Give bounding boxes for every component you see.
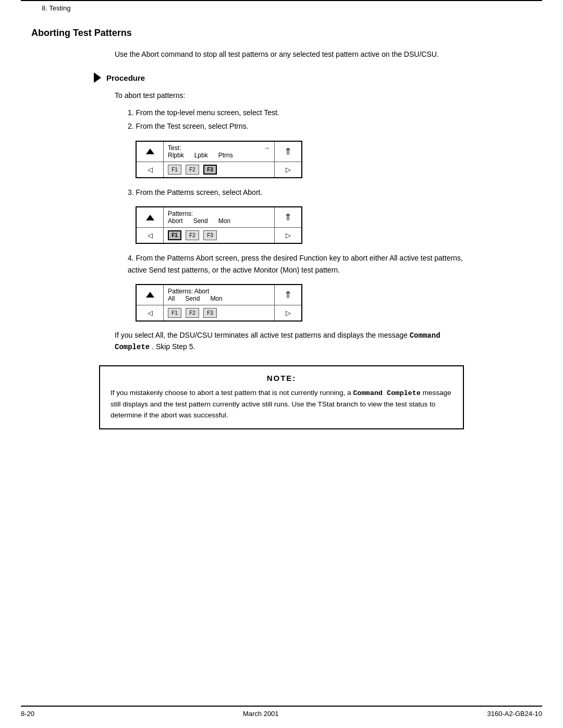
note-code: Command Complete bbox=[353, 389, 421, 397]
double-up-cell-2: ⇑ bbox=[274, 207, 301, 227]
footer-doc: 3160-A2-GB24-10 bbox=[487, 710, 542, 718]
to-abort-text: To abort test patterns: bbox=[115, 91, 532, 100]
screen3-title: Patterns: Abort bbox=[168, 288, 270, 295]
fwd-arrow-icon-2: ▷ bbox=[286, 231, 291, 239]
keys-main-1: F1 F2 F3 bbox=[164, 162, 274, 177]
double-up-cell-3: ⇑ bbox=[274, 285, 301, 305]
f1-key-2: F1 bbox=[168, 230, 181, 240]
body-text-after-screen3: If you select All, the DSU/CSU terminate… bbox=[115, 330, 480, 353]
screen1-arrow: → bbox=[264, 144, 270, 152]
screen-row-top-2: Patterns: Abort Send Mon ⇑ bbox=[137, 207, 301, 228]
note-box: NOTE: If you mistakenly choose to abort … bbox=[99, 365, 464, 429]
screen1-label-1: Rlpbk bbox=[168, 152, 184, 159]
triangle-up-icon-3 bbox=[146, 292, 154, 298]
body-text-2: . Skip Step 5. bbox=[152, 342, 195, 351]
note-text-1: If you mistakenly choose to abort a test… bbox=[111, 389, 351, 397]
triangle-up-icon-2 bbox=[146, 215, 154, 220]
step-3-container: 3. From the Patterns screen, select Abor… bbox=[128, 187, 532, 198]
back-arrow-icon-1: ◁ bbox=[148, 166, 153, 174]
screen1-title: Test: bbox=[168, 144, 181, 152]
screen-diagram-1: Test: → Rlpbk Lpbk Ptrns ⇑ ◁ F1 bbox=[136, 141, 302, 178]
intro-text: Use the Abort command to stop all test p… bbox=[115, 49, 469, 60]
fwd-arrow-cell-3: ▷ bbox=[274, 305, 301, 320]
screen-row-bottom-3: ◁ F1 F2 F3 ▷ bbox=[137, 305, 301, 320]
up-arrow-cell-2 bbox=[137, 207, 164, 227]
steps-list: 1. From the top-level menu screen, selec… bbox=[128, 107, 532, 132]
note-title: NOTE: bbox=[111, 374, 452, 382]
fwd-arrow-icon-1: ▷ bbox=[286, 166, 291, 174]
back-arrow-cell-3: ◁ bbox=[137, 305, 164, 320]
screen2-label-2: Send bbox=[193, 217, 208, 225]
f2-key-1: F2 bbox=[186, 165, 199, 175]
note-text: If you mistakenly choose to abort a test… bbox=[111, 388, 452, 421]
screen3-label-3: Mon bbox=[210, 295, 222, 302]
screen-main-1: Test: → Rlpbk Lpbk Ptrns bbox=[164, 142, 274, 162]
up-arrow-cell-3 bbox=[137, 285, 164, 305]
footer-page: 8-20 bbox=[21, 710, 34, 718]
double-up-icon-2: ⇑ bbox=[284, 212, 292, 223]
screen-row-bottom-1: ◁ F1 F2 F3 ▷ bbox=[137, 162, 301, 177]
f3-key-2: F3 bbox=[203, 230, 217, 240]
screen-row-bottom-2: ◁ F1 F2 F3 ▷ bbox=[137, 228, 301, 243]
keys-row-1: F1 F2 F3 bbox=[168, 165, 270, 175]
screen-diagram-3: Patterns: Abort All Send Mon ⇑ ◁ F1 F2 F… bbox=[136, 284, 302, 322]
procedure-header: Procedure bbox=[94, 72, 532, 83]
procedure-title: Procedure bbox=[106, 73, 145, 82]
main-content: Aborting Test Patterns Use the Abort com… bbox=[0, 12, 563, 473]
screen3-label-2: Send bbox=[185, 295, 200, 302]
f2-key-2: F2 bbox=[186, 230, 199, 240]
step-2: 2. From the Test screen, select Ptrns. bbox=[128, 120, 532, 132]
fwd-arrow-cell-2: ▷ bbox=[274, 228, 301, 243]
screen3-label-1: All bbox=[168, 295, 175, 302]
screen-main-2: Patterns: Abort Send Mon bbox=[164, 207, 274, 227]
screen1-label-3: Ptrns bbox=[218, 152, 233, 159]
screen-row-top-3: Patterns: Abort All Send Mon ⇑ bbox=[137, 285, 301, 305]
step-4: 4. From the Patterns Abort screen, press… bbox=[128, 252, 467, 276]
f2-key-3: F2 bbox=[186, 308, 199, 318]
keys-row-3: F1 F2 F3 bbox=[168, 308, 270, 318]
double-up-icon-1: ⇑ bbox=[284, 146, 292, 157]
screen3-labels: All Send Mon bbox=[168, 295, 270, 302]
keys-row-2: F1 F2 F3 bbox=[168, 230, 270, 240]
fwd-arrow-cell-1: ▷ bbox=[274, 162, 301, 177]
screen2-title: Patterns: bbox=[168, 210, 270, 217]
back-arrow-icon-2: ◁ bbox=[148, 231, 153, 239]
double-up-icon-3: ⇑ bbox=[284, 289, 292, 301]
footer: 8-20 March 2001 3160-A2-GB24-10 bbox=[21, 706, 542, 718]
screen1-label-2: Lpbk bbox=[194, 152, 208, 159]
f1-key-3: F1 bbox=[168, 308, 181, 318]
f3-key-3: F3 bbox=[203, 308, 217, 318]
screen-title-row: Test: → bbox=[168, 144, 270, 152]
header-label: 8. Testing bbox=[21, 4, 542, 12]
triangle-up-icon bbox=[146, 149, 154, 154]
screen-row-top-1: Test: → Rlpbk Lpbk Ptrns ⇑ bbox=[137, 142, 301, 162]
screen1-labels: Rlpbk Lpbk Ptrns bbox=[168, 152, 270, 159]
procedure-arrow-icon bbox=[94, 72, 101, 83]
back-arrow-cell-2: ◁ bbox=[137, 228, 164, 243]
screen2-labels: Abort Send Mon bbox=[168, 217, 270, 225]
up-arrow-cell-1 bbox=[137, 142, 164, 162]
body-text-1: If you select All, the DSU/CSU terminate… bbox=[115, 331, 408, 339]
back-arrow-cell-1: ◁ bbox=[137, 162, 164, 177]
screen-main-3: Patterns: Abort All Send Mon bbox=[164, 285, 274, 305]
step-1: 1. From the top-level menu screen, selec… bbox=[128, 107, 532, 118]
screen-diagram-2: Patterns: Abort Send Mon ⇑ ◁ F1 F2 F3 bbox=[136, 206, 302, 244]
fwd-arrow-icon-3: ▷ bbox=[286, 309, 291, 317]
step-4-container: 4. From the Patterns Abort screen, press… bbox=[128, 252, 532, 276]
screen2-label-3: Mon bbox=[218, 217, 230, 225]
top-border: 8. Testing bbox=[21, 0, 542, 12]
keys-main-2: F1 F2 F3 bbox=[164, 228, 274, 243]
footer-date: March 2001 bbox=[243, 710, 279, 718]
back-arrow-icon-3: ◁ bbox=[148, 309, 153, 317]
section-title: Aborting Test Patterns bbox=[31, 28, 532, 39]
screen2-label-1: Abort bbox=[168, 217, 183, 225]
double-up-cell-1: ⇑ bbox=[274, 142, 301, 162]
step-3: 3. From the Patterns screen, select Abor… bbox=[128, 187, 532, 198]
f3-key-1: F3 bbox=[203, 165, 217, 175]
f1-key-1: F1 bbox=[168, 165, 181, 175]
keys-main-3: F1 F2 F3 bbox=[164, 305, 274, 320]
